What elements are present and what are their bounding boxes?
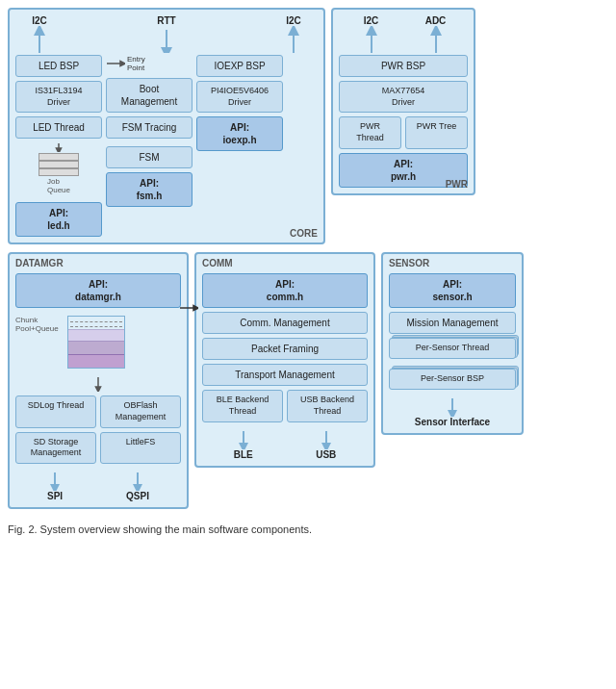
sensor-api: API:sensor.h (389, 273, 516, 308)
chunk-pool-row: ChunkPool+Queue (15, 316, 181, 369)
datamgr-api: API:datamgr.h (15, 273, 181, 308)
pwr-adc-label: ADC (425, 15, 447, 26)
is31-driver: IS31FL3194Driver (15, 81, 102, 113)
core-col-led: LED BSP IS31FL3194Driver LED Thread JobQ… (15, 55, 102, 237)
core-section: I2C RTT I2C (8, 8, 325, 244)
fsm-tracing: FSM Tracing (106, 116, 192, 139)
figure-caption: Fig. 2. System overview showing the main… (8, 523, 608, 537)
pwr-section: I2C ADC PWR BSP MAX77654Driver (331, 8, 475, 195)
core-col-boot: EntryPoint Boot Management FSM Tracing F… (106, 55, 192, 207)
pwr-i2c-label: I2C (364, 15, 379, 26)
pwr-thread: PWR Thread (339, 116, 401, 148)
chunk-label: ChunkPool+Queue (15, 316, 64, 333)
usb-label: USB (316, 449, 336, 460)
spi-arrow (47, 472, 63, 491)
pwr-adc-arrow (428, 26, 444, 53)
usb-thread: USB Backend Thread (287, 390, 368, 421)
comm-mgmt: Comm. Management (202, 312, 368, 334)
fsm: FSM (106, 146, 192, 168)
rtt-label: RTT (157, 15, 175, 26)
sensor-label: SENSOR (389, 258, 429, 268)
i2c-arrow-1 (32, 26, 47, 53)
queue-arrow (44, 142, 73, 152)
sensor-section: SENSOR API:sensor.h Mission Management P… (381, 252, 524, 434)
obflash-mgmt: OBFlash Management (100, 396, 181, 427)
core-label: CORE (290, 228, 318, 239)
i2c-arrow-2 (286, 26, 301, 53)
pwr-i2c-arrow (364, 26, 379, 53)
per-sensor-thread-stack: Per-Sensor Thread (389, 338, 516, 359)
comm-label: COMM (202, 258, 233, 268)
ble-arrow (236, 430, 251, 449)
led-bsp: LED BSP (15, 55, 102, 77)
entry-arrow (106, 57, 125, 70)
comm-body: API:comm.h Comm. Management Packet Frami… (202, 273, 368, 459)
pi4ioe-driver: PI4IOE5V6406Driver (196, 81, 283, 113)
ble-label: BLE (234, 449, 253, 460)
littlefs: LittleFS (100, 432, 181, 464)
led-thread: LED Thread (15, 116, 102, 139)
sd-storage: SD Storage Management (15, 432, 96, 464)
pwr-threads-row: PWR Thread PWR Tree (339, 116, 468, 148)
pwr-body: PWR BSP MAX77654Driver PWR Thread PWR Tr… (339, 55, 468, 188)
job-queue-container: JobQueue (15, 142, 102, 194)
i2c-label-2: I2C (286, 15, 301, 26)
sensor-interface-arrow (445, 397, 460, 417)
qspi-label: QSPI (126, 491, 149, 501)
ble-thread: BLE Backend Thread (202, 390, 283, 421)
sdlog-thread: SDLog Thread (15, 396, 96, 427)
ioexp-api: API:ioexp.h (196, 116, 283, 151)
rtt-arrow (159, 26, 174, 53)
max77654-driver: MAX77654Driver (339, 81, 468, 113)
core-col-ioexp: IOEXP BSP PI4IOE5V6406Driver API:ioexp.h (196, 55, 283, 151)
pwr-tree: PWR Tree (405, 116, 468, 148)
qspi-arrow (130, 472, 145, 491)
comm-buses: BLE USB (202, 430, 368, 460)
sensor-interface-label: Sensor Interface (415, 417, 490, 427)
datamgr-buses: SPI QSPI (15, 472, 181, 501)
per-sensor-bsp: Per-Sensor BSP (389, 369, 516, 390)
top-row: I2C RTT I2C (8, 8, 608, 244)
fsm-api: API:fsm.h (106, 172, 192, 207)
comm-entry-arrow (179, 302, 198, 316)
sensor-bus: Sensor Interface (389, 397, 516, 427)
spi-label: SPI (47, 491, 63, 501)
datamgr-label: DATAMGR (15, 258, 64, 268)
datamgr-body: API:datamgr.h ChunkPool+Queue (15, 273, 181, 501)
comm-api: API:comm.h (202, 273, 368, 308)
per-sensor-bsp-stack: Per-Sensor BSP (389, 369, 516, 390)
entry-point-container: EntryPoint (106, 55, 192, 72)
led-api: API:led.h (15, 202, 102, 237)
bottom-row: DATAMGR API:datamgr.h ChunkPool+Queue (8, 252, 608, 509)
chunk-visual (67, 316, 125, 369)
ioexp-bsp: IOEXP BSP (196, 55, 283, 77)
packet-framing: Packet Framing (202, 338, 368, 360)
datamgr-storage-row: SD Storage Management LittleFS (15, 432, 181, 464)
per-sensor-thread: Per-Sensor Thread (389, 338, 516, 359)
entry-label: EntryPoint (127, 55, 145, 72)
comm-threads-row: BLE Backend Thread USB Backend Thread (202, 390, 368, 421)
job-queue-label: JobQueue (47, 177, 70, 194)
datamgr-section: DATAMGR API:datamgr.h ChunkPool+Queue (8, 252, 189, 509)
main-diagram: I2C RTT I2C (8, 8, 608, 538)
boot-mgmt: Boot Management (106, 78, 192, 113)
pwr-bsp: PWR BSP (339, 55, 468, 77)
comm-section: COMM API:comm.h Comm. Management Packet … (194, 252, 375, 467)
i2c-label-1: I2C (32, 15, 47, 26)
transport-mgmt: Transport Management (202, 364, 368, 386)
pool-down-arrow (15, 376, 181, 392)
sensor-body: API:sensor.h Mission Management Per-Sens… (389, 273, 516, 426)
mission-mgmt: Mission Management (389, 312, 516, 334)
pwr-label: PWR (446, 179, 468, 190)
datamgr-threads-row: SDLog Thread OBFlash Management (15, 396, 181, 427)
usb-arrow (319, 430, 334, 449)
